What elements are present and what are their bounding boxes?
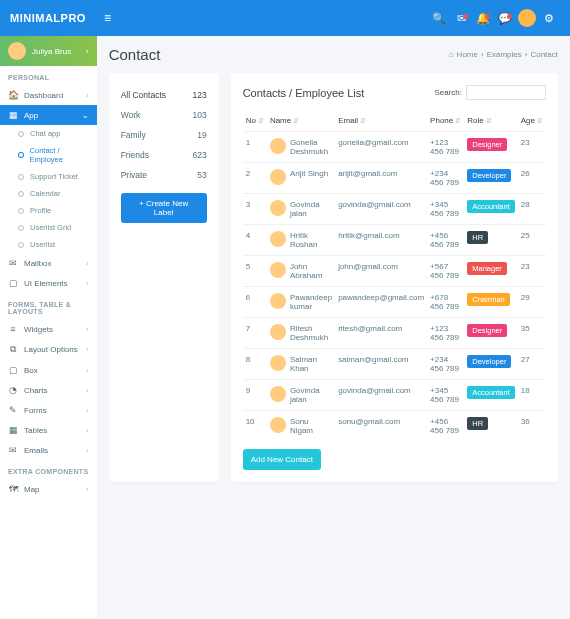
sub-support[interactable]: Support Ticket [0,168,97,185]
chat-icon[interactable]: 💬 [494,12,516,25]
sub-profile[interactable]: Profile [0,202,97,219]
col-no[interactable]: No⇵ [243,110,267,132]
nav-widgets[interactable]: ≡Widgets› [0,319,97,339]
tables-icon: ▦ [8,425,18,435]
role-badge: Accountant [467,386,515,399]
create-label-button[interactable]: + Create New Label [121,193,207,223]
avatar [270,417,286,433]
search-label: Search: [434,88,462,97]
charts-icon: ◔ [8,385,18,395]
layout-icon: ⧉ [8,344,18,355]
sub-chat[interactable]: Chat app [0,125,97,142]
brand-logo: MINIMALPRO [10,12,86,24]
add-contact-button[interactable]: Add New Contact [243,449,321,470]
nav-app[interactable]: ▦App⌄ [0,105,97,125]
table-row[interactable]: 9Govinda jalangovinda@gmail.com+345 456 … [243,380,546,411]
widgets-icon: ≡ [8,324,18,334]
col-role[interactable]: Role⇵ [464,110,518,132]
avatar [270,386,286,402]
nav-box[interactable]: ▢Box› [0,360,97,380]
search-input[interactable] [466,85,546,100]
avatar [270,200,286,216]
col-name[interactable]: Name⇵ [267,110,335,132]
app-icon: ▦ [8,110,18,120]
avatar [270,169,286,185]
ui-icon: ▢ [8,278,18,288]
table-row[interactable]: 5John Abrahamjohn@gmail.com+567 456 789M… [243,256,546,287]
role-badge: Accountant [467,200,515,213]
avatar [8,42,26,60]
mail-icon[interactable]: ✉ [450,12,472,25]
forms-icon: ✎ [8,405,18,415]
user-card[interactable]: Juliya Brus › [0,36,97,66]
table-row[interactable]: 6Pawandeep kumarpawandeep@gmail.com+678 … [243,287,546,318]
sidebar: Juliya Brus › PERSONAL 🏠Dashboard› ▦App⌄… [0,36,97,619]
nav-ui[interactable]: ▢UI Elements› [0,273,97,293]
topbar: MINIMALPRO ≡ 🔍 ✉ 🔔 💬 ⚙ [0,0,570,36]
avatar [270,138,286,154]
col-email[interactable]: Email⇵ [335,110,427,132]
user-avatar[interactable] [516,9,538,27]
table-row[interactable]: 8Salman Khansalman@gmail.com+234 456 789… [243,349,546,380]
section-personal: PERSONAL [0,66,97,85]
emails-icon: ✉ [8,445,18,455]
nav-mailbox[interactable]: ✉Mailbox› [0,253,97,273]
sub-userlist[interactable]: Userlist [0,236,97,253]
role-badge: Designer [467,138,507,151]
box-icon: ▢ [8,365,18,375]
card-title: Contacts / Employee List [243,87,365,99]
table-row[interactable]: 1Gonelia Deshmukhgonelia@gmail.com+123 4… [243,132,546,163]
col-phone[interactable]: Phone⇵ [427,110,464,132]
contacts-table: No⇵ Name⇵ Email⇵ Phone⇵ Role⇵ Age⇵ 1Gone… [243,110,546,441]
page-title: Contact [109,46,161,63]
col-age[interactable]: Age⇵ [518,110,546,132]
nav-tables[interactable]: ▦Tables› [0,420,97,440]
bell-icon[interactable]: 🔔 [472,12,494,25]
sub-grid[interactable]: Userlist Grid [0,219,97,236]
search-icon[interactable]: 🔍 [428,12,450,25]
label-row[interactable]: Family19 [121,125,207,145]
breadcrumb: ⌂ Home› Examples› Contact [449,50,558,59]
avatar [270,262,286,278]
table-row[interactable]: 3Govinda jalangovinda@gmail.com+345 456 … [243,194,546,225]
role-badge: Designer [467,324,507,337]
main-content: Contact ⌂ Home› Examples› Contact All Co… [97,36,570,619]
section-extra: EXTRA COMPONENTS [0,460,97,479]
nav-dashboard[interactable]: 🏠Dashboard› [0,85,97,105]
mail-icon: ✉ [8,258,18,268]
avatar [270,231,286,247]
table-row[interactable]: 7Ritesh Deshmukhritesh@gmail.com+123 456… [243,318,546,349]
label-row[interactable]: Private53 [121,165,207,185]
sub-calendar[interactable]: Calendar [0,185,97,202]
label-row[interactable]: Work103 [121,105,207,125]
nav-forms[interactable]: ✎Forms› [0,400,97,420]
nav-map[interactable]: 🗺Map› [0,479,97,499]
contacts-card: Contacts / Employee List Search: No⇵ Nam… [231,73,558,482]
section-forms: FORMS, TABLE & LAYOUTS [0,293,97,319]
label-row[interactable]: Friends623 [121,145,207,165]
gear-icon[interactable]: ⚙ [538,12,560,25]
user-name: Juliya Brus [32,47,71,56]
map-icon: 🗺 [8,484,18,494]
role-badge: Developer [467,169,511,182]
avatar [270,355,286,371]
role-badge: HR [467,417,488,430]
role-badge: Manager [467,262,507,275]
nav-emails[interactable]: ✉Emails› [0,440,97,460]
label-all[interactable]: All Contacts123 [121,85,207,105]
table-row[interactable]: 4Hritik Roshanhritik@gmail.com+456 456 7… [243,225,546,256]
dashboard-icon: 🏠 [8,90,18,100]
role-badge: Developer [467,355,511,368]
sub-contact[interactable]: Contact / Employee [0,142,97,168]
chevron-right-icon: › [86,47,89,56]
labels-card: All Contacts123 Work103Family19Friends62… [109,73,219,482]
nav-layout[interactable]: ⧉Layout Options› [0,339,97,360]
table-row[interactable]: 10Sonu Nigamsonu@gmail.com+456 456 789HR… [243,411,546,442]
nav-charts[interactable]: ◔Charts› [0,380,97,400]
avatar [270,293,286,309]
table-row[interactable]: 2Arijit Singharijit@gmail.com+234 456 78… [243,163,546,194]
role-badge: Chairman [467,293,510,306]
avatar [270,324,286,340]
home-icon[interactable]: ⌂ [449,50,454,59]
menu-toggle-icon[interactable]: ≡ [104,11,111,25]
